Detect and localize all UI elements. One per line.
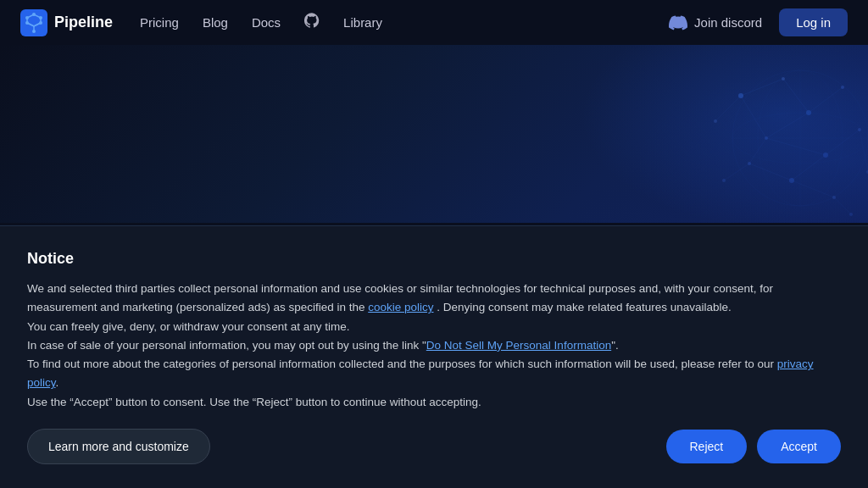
svg-line-34 bbox=[834, 197, 851, 214]
nav-pricing[interactable]: Pricing bbox=[140, 15, 179, 30]
svg-point-5 bbox=[39, 21, 42, 25]
do-not-sell-link[interactable]: Do Not Sell My Personal Information bbox=[426, 339, 611, 352]
hero-section bbox=[0, 45, 868, 223]
svg-point-8 bbox=[782, 77, 785, 80]
cookie-notice: Notice We and selected third parties col… bbox=[0, 225, 868, 488]
svg-point-4 bbox=[25, 21, 29, 25]
svg-point-6 bbox=[32, 30, 36, 33]
svg-point-11 bbox=[765, 136, 768, 140]
svg-line-32 bbox=[792, 180, 834, 197]
notice-title: Notice bbox=[27, 250, 841, 268]
svg-line-29 bbox=[749, 138, 766, 164]
nav-docs[interactable]: Docs bbox=[252, 15, 281, 30]
svg-point-2 bbox=[25, 16, 29, 19]
accept-button[interactable]: Accept bbox=[757, 430, 841, 463]
svg-point-16 bbox=[789, 178, 794, 183]
notice-text-6: To find out more about the categories of… bbox=[27, 358, 774, 370]
svg-point-10 bbox=[841, 86, 844, 89]
cookie-policy-link[interactable]: cookie policy bbox=[368, 301, 433, 313]
github-icon bbox=[304, 13, 320, 32]
nav-blog[interactable]: Blog bbox=[203, 15, 228, 30]
svg-point-9 bbox=[806, 110, 811, 115]
svg-point-14 bbox=[714, 119, 717, 123]
svg-point-19 bbox=[849, 213, 853, 216]
svg-line-23 bbox=[809, 87, 843, 113]
notice-text-8: Use the “Accept” button to consent. Use … bbox=[27, 396, 481, 408]
notice-text-5: ". bbox=[611, 339, 619, 352]
discord-label: Join discord bbox=[694, 15, 762, 30]
svg-point-12 bbox=[823, 152, 828, 158]
svg-line-25 bbox=[766, 113, 809, 138]
svg-line-31 bbox=[792, 155, 826, 180]
reject-button[interactable]: Reject bbox=[666, 430, 748, 463]
notice-text-7: . bbox=[56, 376, 59, 389]
svg-point-3 bbox=[39, 16, 42, 19]
notice-text-2: . Denying consent may make related featu… bbox=[437, 301, 731, 313]
logo-text: Pipeline bbox=[54, 14, 113, 31]
customize-button[interactable]: Learn more and customize bbox=[27, 429, 210, 464]
svg-point-1 bbox=[32, 13, 36, 16]
svg-point-38 bbox=[732, 113, 868, 164]
svg-point-13 bbox=[858, 128, 861, 131]
svg-line-26 bbox=[766, 138, 826, 155]
notice-text-4: In case of sale of your personal informa… bbox=[27, 339, 426, 352]
svg-point-7 bbox=[738, 93, 743, 98]
svg-point-15 bbox=[748, 162, 751, 165]
svg-line-24 bbox=[741, 96, 766, 138]
login-button[interactable]: Log in bbox=[779, 8, 848, 36]
notice-actions: Learn more and customize Reject Accept bbox=[27, 429, 841, 464]
notice-body: We and selected third parties collect pe… bbox=[27, 280, 841, 412]
navbar: Pipeline Pricing Blog Docs Library Join … bbox=[0, 0, 868, 45]
pipeline-logo-icon bbox=[20, 9, 47, 36]
svg-point-37 bbox=[758, 70, 843, 206]
network-decoration bbox=[444, 45, 868, 223]
svg-point-18 bbox=[722, 179, 726, 182]
nav-right: Join discord Log in bbox=[669, 8, 848, 36]
discord-icon bbox=[669, 14, 687, 32]
svg-line-33 bbox=[724, 164, 749, 180]
svg-line-21 bbox=[741, 79, 783, 96]
nav-links: Pricing Blog Docs Library bbox=[140, 13, 642, 32]
svg-line-28 bbox=[715, 96, 741, 121]
svg-point-17 bbox=[832, 196, 836, 199]
svg-line-30 bbox=[749, 164, 792, 180]
logo[interactable]: Pipeline bbox=[20, 9, 113, 36]
svg-point-36 bbox=[732, 70, 868, 206]
nav-library[interactable]: Library bbox=[343, 15, 382, 30]
svg-line-22 bbox=[783, 79, 809, 113]
notice-text-3: You can freely give, deny, or withdraw y… bbox=[27, 320, 349, 333]
discord-link[interactable]: Join discord bbox=[669, 14, 762, 32]
svg-line-35 bbox=[860, 130, 868, 172]
svg-line-27 bbox=[826, 130, 860, 155]
